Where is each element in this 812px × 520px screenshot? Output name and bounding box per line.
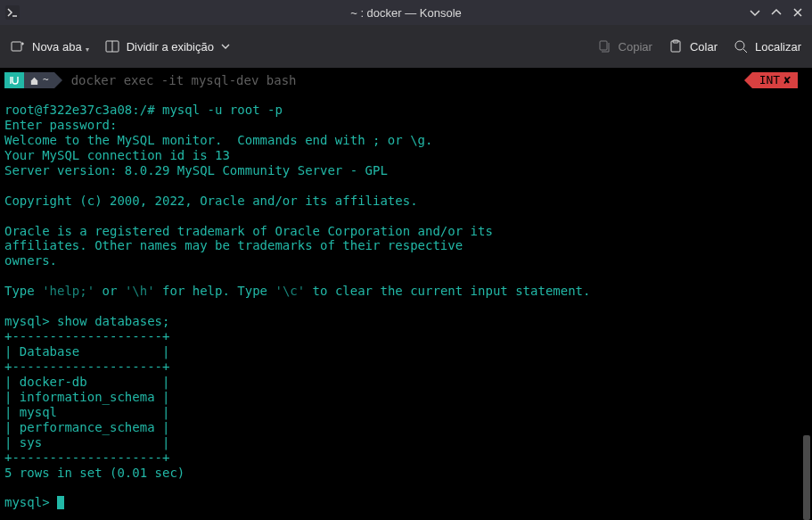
window-titlebar: ~ : docker — Konsole (0, 0, 812, 25)
paste-icon (668, 39, 683, 54)
paste-button[interactable]: Colar (668, 39, 718, 54)
exit-status-badge: INT ✘ (752, 72, 798, 88)
close-button[interactable] (792, 7, 803, 18)
command-text: docker exec -it mysql-dev bash (71, 73, 297, 88)
svg-rect-1 (12, 42, 21, 51)
search-icon (734, 39, 748, 54)
distro-segment (4, 72, 24, 88)
split-label: Dividir a exibição (127, 40, 214, 54)
split-view-button[interactable]: Dividir a exibição (105, 39, 230, 54)
path-segment: ~ (24, 72, 54, 88)
chevron-down-icon: ▾ (86, 45, 89, 54)
minimize-button[interactable] (750, 7, 760, 18)
copy-icon (597, 39, 611, 54)
badge-arrow (744, 72, 752, 88)
scrollbar-thumb[interactable] (803, 435, 810, 520)
find-button[interactable]: Localizar (734, 39, 801, 54)
konsole-app-icon (5, 5, 20, 20)
new-tab-icon (11, 39, 25, 54)
terminal-output: root@f322e37c3a08:/# mysql -u root -p En… (4, 103, 812, 510)
path-text: ~ (43, 74, 49, 86)
svg-rect-4 (600, 41, 607, 50)
svg-point-7 (735, 41, 744, 50)
segment-arrow (54, 72, 62, 88)
copy-button: Copiar (597, 39, 652, 54)
error-x-icon: ✘ (783, 73, 791, 87)
maximize-button[interactable] (771, 7, 782, 18)
chevron-down-icon (221, 42, 230, 51)
badge-text: INT (759, 73, 780, 87)
copy-label: Copiar (619, 40, 652, 54)
cursor (57, 496, 64, 509)
paste-label: Colar (690, 40, 718, 54)
split-icon (105, 39, 119, 54)
svg-line-8 (743, 49, 747, 53)
find-label: Localizar (755, 40, 801, 54)
terminal-area[interactable]: ~ docker exec -it mysql-dev bash INT ✘ r… (0, 68, 812, 520)
toolbar: Nova aba ▾ Dividir a exibição Copiar Col… (0, 25, 812, 68)
new-tab-label: Nova aba (32, 40, 82, 54)
window-title: ~ : docker — Konsole (350, 6, 462, 20)
new-tab-button[interactable]: Nova aba ▾ (11, 39, 89, 54)
prompt-line: ~ docker exec -it mysql-dev bash INT ✘ (4, 72, 812, 88)
home-icon (29, 76, 39, 86)
